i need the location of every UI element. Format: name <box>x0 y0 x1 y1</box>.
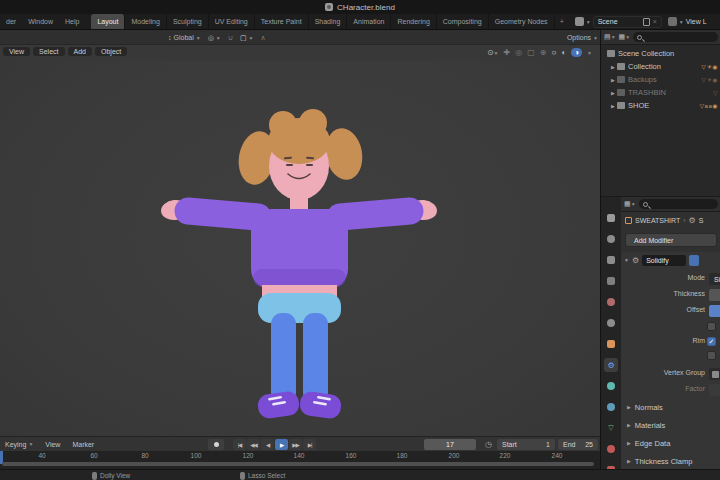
view-layer-selector[interactable]: ▼ View L <box>668 14 707 29</box>
auto-keying-button[interactable] <box>208 439 224 450</box>
modifier-name-field[interactable]: Solidify <box>642 255 686 266</box>
transform-orientation-dropdown[interactable]: ↕ Global ▼ <box>168 34 201 41</box>
expand-icon[interactable]: ▼ <box>624 257 629 263</box>
even-checkbox[interactable] <box>707 322 716 331</box>
falloff-curve-icon[interactable]: ∧ <box>260 34 265 42</box>
shading-material-icon[interactable]: ◐ <box>561 48 566 57</box>
filter-icon[interactable]: ▤▼ <box>604 33 616 41</box>
add-workspace-button[interactable]: + <box>555 14 569 29</box>
outliner-row-trashbin[interactable]: ▶ TRASHBIN ▽ <box>601 86 720 99</box>
scene-name-field[interactable]: Scene × <box>593 16 662 28</box>
shading-solid-icon[interactable]: ○ <box>552 48 557 57</box>
shading-rendered-icon[interactable]: ◑ <box>571 48 582 57</box>
end-frame-field[interactable]: End 25 <box>558 439 598 450</box>
play-reverse-button[interactable]: ◀ <box>261 439 274 450</box>
outliner-row-shoe[interactable]: ▶ SHOE ▽aa◉ <box>601 99 720 112</box>
prev-keyframe-button[interactable]: ◀◀ <box>247 439 260 450</box>
menu-object[interactable]: Object <box>95 47 127 56</box>
vertex-group-field[interactable] <box>709 368 720 380</box>
outliner-row-backups[interactable]: ▶ Backups ▽☀◉ <box>601 73 720 86</box>
menu-window[interactable]: Window <box>22 14 59 29</box>
tab-output[interactable] <box>604 253 618 267</box>
tab-view-layer[interactable] <box>604 274 618 288</box>
menu-render[interactable]: der <box>0 14 22 29</box>
pivot-point-dropdown[interactable]: ◎ ▼ <box>208 34 221 42</box>
menu-help[interactable]: Help <box>59 14 85 29</box>
tab-shading[interactable]: Shading <box>309 14 348 29</box>
jump-to-end-button[interactable]: ▶| <box>303 439 316 450</box>
gizmo-icon[interactable]: ✚ <box>504 48 511 57</box>
mode-dropdown[interactable]: Simple <box>709 273 720 285</box>
tab-modeling[interactable]: Modeling <box>125 14 166 29</box>
breadcrumb-object[interactable]: SWEATSHIRT <box>635 217 680 224</box>
character-model[interactable] <box>0 61 600 436</box>
visibility-dropdown[interactable]: ⊙▼ <box>487 48 499 57</box>
outliner-search-input[interactable] <box>633 32 718 42</box>
tab-geometry-nodes[interactable]: Geometry Nodes <box>489 14 555 29</box>
tab-physics[interactable] <box>604 400 618 414</box>
timeline-scrollbar[interactable] <box>2 462 594 466</box>
factor-field[interactable] <box>709 384 720 396</box>
timeline-ruler[interactable]: 40 60 80 100 120 140 160 180 200 220 240 <box>0 451 600 469</box>
menu-view[interactable]: View <box>3 47 30 56</box>
breadcrumb-modifier[interactable]: S <box>699 217 704 224</box>
tab-texture-paint[interactable]: Texture Paint <box>255 14 309 29</box>
thickness-field[interactable] <box>709 289 720 301</box>
tab-object[interactable] <box>604 337 618 351</box>
disclosure-triangle-icon[interactable]: ▶ <box>609 103 617 109</box>
shading-dropdown-icon[interactable]: ▼ <box>587 50 592 56</box>
disclosure-triangle-icon[interactable]: ▶ <box>609 64 617 70</box>
outliner-row-scene-collection[interactable]: Scene Collection <box>601 47 720 60</box>
tab-scene[interactable] <box>604 295 618 309</box>
tab-modifiers[interactable]: ⚙ <box>604 358 618 372</box>
shading-wireframe-icon[interactable]: ⊕ <box>540 48 547 57</box>
offset-field[interactable] <box>709 305 720 317</box>
play-button[interactable]: ▶ <box>275 439 288 450</box>
proportional-editing-dropdown[interactable]: ▢ ▼ <box>240 34 254 42</box>
tab-rendering[interactable]: Rendering <box>391 14 436 29</box>
display-toggle-icon[interactable] <box>689 255 699 266</box>
tab-object-data[interactable]: ▽ <box>604 421 618 435</box>
timeline-menu-keying[interactable]: Keying▼ <box>0 441 38 448</box>
editor-type-icon[interactable]: ▦▼ <box>624 200 636 208</box>
tab-tool[interactable] <box>604 211 618 225</box>
viewport-options-dropdown[interactable]: Options ▼ <box>567 30 598 45</box>
timeline-menu-view[interactable]: View <box>40 441 65 448</box>
next-keyframe-button[interactable]: ▶▶ <box>289 439 302 450</box>
only-checkbox[interactable] <box>707 351 716 360</box>
section-normals[interactable]: ▶ Normals <box>627 400 720 414</box>
menu-select[interactable]: Select <box>33 47 64 56</box>
viewport-3d[interactable]: ↕ Global ▼ ◎ ▼ ∪ ▢ ▼ ∧ Options <box>0 30 600 469</box>
tab-animation[interactable]: Animation <box>347 14 391 29</box>
tab-compositing[interactable]: Compositing <box>437 14 489 29</box>
timeline-menu-marker[interactable]: Marker <box>67 441 99 448</box>
tab-uv-editing[interactable]: UV Editing <box>209 14 255 29</box>
start-frame-field[interactable]: Start 1 <box>497 439 555 450</box>
unlink-scene-icon[interactable]: × <box>653 18 657 25</box>
section-materials[interactable]: ▶ Materials <box>627 418 720 432</box>
disclosure-triangle-icon[interactable]: ▶ <box>609 77 617 83</box>
section-edge-data[interactable]: ▶ Edge Data <box>627 436 720 450</box>
section-thickness-clamp[interactable]: ▶ Thickness Clamp <box>627 454 720 468</box>
tab-render[interactable] <box>604 232 618 246</box>
viewport-canvas[interactable] <box>0 61 600 436</box>
add-modifier-button[interactable]: Add Modifier <box>625 233 717 247</box>
scene-selector[interactable]: ▼ Scene × <box>575 14 662 29</box>
properties-search-input[interactable] <box>639 199 718 209</box>
disclosure-triangle-icon[interactable]: ▶ <box>609 90 617 96</box>
new-scene-icon[interactable] <box>643 18 650 26</box>
xray-toggle-icon[interactable]: ▢ <box>527 48 535 57</box>
display-mode-icon[interactable]: ▦▼ <box>619 33 631 41</box>
outliner-row-collection[interactable]: ▶ Collection ▽☀◉ <box>601 60 720 73</box>
menu-add[interactable]: Add <box>68 47 92 56</box>
jump-to-start-button[interactable]: |◀ <box>233 439 246 450</box>
tab-layout[interactable]: Layout <box>91 14 125 29</box>
overlays-icon[interactable]: ◎ <box>515 48 522 57</box>
tab-material[interactable] <box>604 442 618 456</box>
current-frame-field[interactable]: 17 <box>424 439 476 450</box>
fill-checkbox[interactable]: ✓ <box>707 337 716 346</box>
tab-world[interactable] <box>604 316 618 330</box>
snap-toggle[interactable]: ∪ <box>228 34 233 42</box>
tab-sculpting[interactable]: Sculpting <box>167 14 209 29</box>
tab-particles[interactable] <box>604 379 618 393</box>
